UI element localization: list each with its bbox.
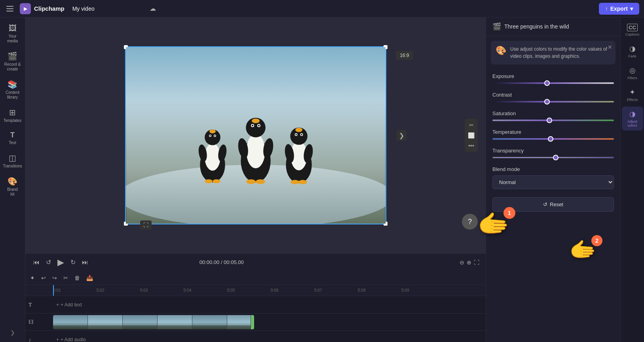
forward-button[interactable]: ↻ <box>69 257 77 268</box>
blend-mode-label: Blend mode <box>492 166 614 172</box>
tooltip-close-button[interactable]: ✕ <box>608 44 612 50</box>
add-audio-button[interactable]: + + Add audio <box>53 331 486 342</box>
svg-point-15 <box>246 134 265 168</box>
blend-mode-section: Blend mode Normal Multiply Screen Overla… <box>486 162 620 193</box>
sidebar-item-transitions[interactable]: ◫ Transitions <box>1 150 24 172</box>
timeline-playhead[interactable] <box>53 285 54 296</box>
fullscreen-button[interactable]: ⛶ <box>474 259 479 266</box>
skip-forward-button[interactable]: ⏭ <box>80 257 90 268</box>
blend-mode-select[interactable]: Normal Multiply Screen Overlay Darken Li… <box>492 175 614 189</box>
svg-point-37 <box>298 180 307 184</box>
panel-video-icon: 🎬 <box>492 22 501 31</box>
temperature-slider[interactable] <box>492 138 614 140</box>
transparency-thumb[interactable] <box>553 155 559 160</box>
export-button[interactable]: ↑ Export ▾ <box>599 3 639 15</box>
skip-back-button[interactable]: ⏮ <box>32 257 41 268</box>
transitions-icon: ◫ <box>9 153 16 163</box>
logo-icon: ▶ <box>20 3 31 14</box>
svg-point-33 <box>301 134 302 135</box>
add-text-button[interactable]: + + Add text <box>53 296 486 313</box>
crop-button[interactable]: ✂ <box>467 121 475 129</box>
video-title-input[interactable] <box>69 4 145 13</box>
app-logo: ▶ Clipchamp <box>20 3 65 14</box>
fade-tab[interactable]: ◑ Fade <box>622 41 643 61</box>
video-track-strip[interactable] <box>53 315 486 329</box>
contrast-thumb[interactable] <box>544 99 550 104</box>
timeline-toolbar: ✦ ↩ ↪ ✂ 🗑 📥 <box>25 271 486 285</box>
exposure-slider[interactable] <box>492 82 614 84</box>
timeline-import-button[interactable]: 📥 <box>85 274 95 282</box>
filters-label: Filters <box>627 76 637 80</box>
help-button[interactable]: ? <box>462 214 478 230</box>
canvas-right-controls: ✂ ⬜ ••• <box>465 119 478 152</box>
saturation-thumb[interactable] <box>547 118 552 123</box>
transparency-slider[interactable] <box>492 157 614 158</box>
rewind-button[interactable]: ↺ <box>44 257 53 268</box>
sidebar-item-label-text: Text <box>9 141 16 145</box>
svg-point-3 <box>205 143 220 171</box>
ruler-mark-8: 0:09 <box>401 288 445 293</box>
timeline-undo-button[interactable]: ↩ <box>40 274 47 282</box>
sidebar-item-label-brand: Brandkit <box>7 187 18 197</box>
canvas-bottom-controls: ⛶ <box>140 220 152 230</box>
sidebar-item-your-media[interactable]: 🖼 Your media <box>1 21 24 47</box>
right-icons-strip: CC Captions ◑ Fade ◎ Filters ✦ Effects ◑… <box>620 17 644 342</box>
canvas-video-svg <box>126 47 386 224</box>
timeline-tracks: T + + Add text 🎞 <box>25 296 486 342</box>
layout-button[interactable]: ⬜ <box>467 131 475 139</box>
effects-tab[interactable]: ✦ Effects <box>622 85 643 105</box>
zoom-out-button[interactable]: ⊖ <box>460 259 464 266</box>
captions-tab[interactable]: CC Captions <box>622 21 643 40</box>
export-icon: ↑ <box>605 6 608 12</box>
reset-section: ↺ Reset <box>486 193 620 216</box>
svg-point-17 <box>252 118 260 123</box>
more-button[interactable]: ••• <box>467 142 475 150</box>
timeline-snap-button[interactable]: ✦ <box>28 274 36 282</box>
ruler-marks: 0:01 0:02 0:03 0:04 0:05 0:06 0:07 0:08 … <box>53 285 445 296</box>
play-button[interactable]: ▶ <box>56 256 66 269</box>
sidebar-item-record[interactable]: 🎬 Record &create <box>1 48 24 75</box>
reset-button[interactable]: ↺ Reset <box>492 197 614 212</box>
sidebar-item-content-library[interactable]: 📚 Contentlibrary <box>1 76 24 103</box>
ruler-mark-0: 0:01 <box>53 288 97 293</box>
add-text-plus: + <box>56 302 59 308</box>
add-audio-label: + Add audio <box>61 337 86 342</box>
hamburger-menu[interactable] <box>5 4 15 13</box>
sidebar-item-label-templates: Templates <box>4 118 22 123</box>
timeline-cut-button[interactable]: ✂ <box>62 274 70 282</box>
svg-point-25 <box>256 179 265 184</box>
text-track-content[interactable]: + + Add text <box>53 296 486 313</box>
timeline-delete-button[interactable]: 🗑 <box>73 274 82 282</box>
center-area: 16:9 ✂ ⬜ ••• ? ⛶ ❯ ⏮ ↺ ▶ ↻ <box>25 17 486 342</box>
audio-track-content[interactable]: + + Add audio <box>53 331 486 342</box>
saturation-slider[interactable] <box>492 120 614 121</box>
sidebar-item-brand[interactable]: 🎨 Brandkit <box>1 173 24 200</box>
cloud-sync-icon[interactable]: ☁ <box>150 5 156 12</box>
track-end-marker <box>251 315 254 329</box>
tooltip-box: 🎨 Use adjust colors to modify the color … <box>491 41 616 65</box>
audio-track-icon: ♪ <box>28 336 31 342</box>
filters-tab[interactable]: ◎ Filters <box>622 63 643 83</box>
main-area: 🖼 Your media 🎬 Record &create 📚 Contentl… <box>0 17 644 342</box>
contrast-slider[interactable] <box>492 101 614 103</box>
film-frame-0 <box>53 315 88 329</box>
svg-point-12 <box>205 179 213 183</box>
sidebar-collapse-button[interactable]: ❯ <box>7 326 18 339</box>
adjust-icon: ◑ <box>629 110 636 118</box>
film-frame-1 <box>88 315 123 329</box>
adjust-colors-tab[interactable]: ◑ Adjustcolors <box>622 106 643 131</box>
exposure-label: Exposure <box>492 73 614 79</box>
sidebar-item-text[interactable]: T Text <box>1 128 24 148</box>
ruler-mark-4: 0:05 <box>227 288 271 293</box>
exposure-thumb[interactable] <box>544 80 550 86</box>
timeline-redo-button[interactable]: ↪ <box>51 274 59 282</box>
transparency-label: Transparency <box>492 148 614 154</box>
exposure-section: Exposure <box>486 69 620 88</box>
zoom-in-button[interactable]: ⊕ <box>467 259 471 266</box>
adjust-label: Adjustcolors <box>627 120 637 127</box>
canvas-expand-button[interactable]: ⛶ <box>140 220 152 230</box>
temperature-section: Temperature <box>486 125 620 144</box>
temperature-thumb[interactable] <box>548 136 553 142</box>
panel-collapse-arrow[interactable]: ❯ <box>397 130 407 141</box>
sidebar-item-templates[interactable]: ⊞ Templates <box>1 104 24 126</box>
